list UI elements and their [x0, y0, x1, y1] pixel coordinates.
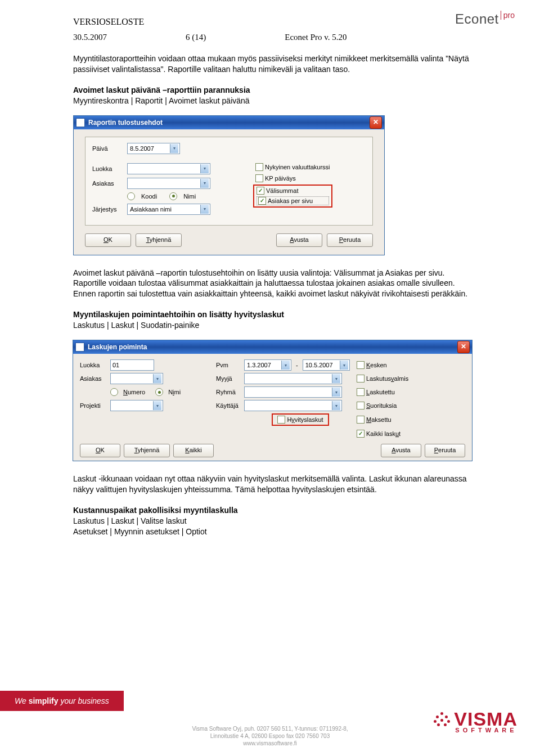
- header-product: Econet Pro v. 5.20: [285, 33, 346, 42]
- label-valuutta: Nykyinen valuuttakurssi: [265, 164, 330, 170]
- checkbox-laskutettu[interactable]: [357, 388, 364, 396]
- checkbox-valmis[interactable]: [357, 375, 364, 382]
- heading-3: Kustannuspaikat pakollisiksi myyntilasku…: [73, 506, 238, 515]
- kayttaja-dropdown[interactable]: ▾: [244, 400, 342, 411]
- kaikki-button[interactable]: Kaikki: [173, 444, 214, 457]
- label-nimi: Nimi: [183, 193, 196, 200]
- label-kaikki-laskut: Kaikki laskut: [366, 430, 400, 437]
- highlight-hyvityslaskut: Hyvityslaskut: [272, 413, 328, 426]
- label-pvm: Pvm: [216, 359, 244, 371]
- myyja-dropdown[interactable]: ▾: [244, 373, 342, 384]
- header-page: 6 (14): [186, 33, 206, 42]
- label-jarjestys: Järjestys: [92, 206, 127, 213]
- label-ryhma: Ryhmä: [216, 386, 244, 398]
- checkbox-valuutta[interactable]: [255, 163, 263, 171]
- checkbox-hyvityslaskut[interactable]: [277, 416, 285, 424]
- tyhjenna-button-2[interactable]: Tyhjennä: [124, 444, 170, 457]
- window-icon: [76, 118, 85, 127]
- chevron-down-icon: ▾: [332, 374, 340, 383]
- label-paiva: Päivä: [92, 145, 127, 152]
- highlight-box: Välisummat Asiakas per sivu: [253, 184, 332, 208]
- jarjestys-dropdown[interactable]: Asiakkaan nimi ▾: [127, 204, 210, 215]
- label-kesken: Kesken: [366, 362, 387, 368]
- titlebar: Raportin tulostusehdot ✕: [74, 116, 384, 129]
- label-nimi-2: Nimi: [168, 389, 181, 395]
- radio-nimi-2[interactable]: [155, 388, 163, 396]
- chevron-down-icon: ▾: [153, 374, 161, 383]
- peruuta-button-2[interactable]: Peruuta: [425, 444, 465, 457]
- pvm1-dropdown[interactable]: 1.3.2007▾: [244, 359, 291, 371]
- chevron-down-icon: ▾: [200, 164, 209, 173]
- peruuta-button[interactable]: Peruuta: [327, 233, 373, 247]
- ryhma-dropdown[interactable]: ▾: [244, 386, 342, 398]
- paragraph-3: Laskut -ikkunaan voidaan nyt ottaa näkyv…: [73, 474, 472, 495]
- checkbox-maksettu[interactable]: [357, 416, 364, 424]
- label-valmis: Laskutusvalmis: [366, 375, 408, 382]
- path-3b: Asetukset | Myynnin asetukset | Optiot: [73, 527, 207, 536]
- asiakas-dropdown[interactable]: ▾: [127, 178, 210, 189]
- chevron-down-icon: ▾: [200, 179, 209, 188]
- checkbox-kaikki[interactable]: [357, 430, 364, 438]
- label-myyja: Myyjä: [216, 373, 244, 384]
- footer: Visma Software Oyj, puh. 0207 560 511, Y…: [0, 725, 540, 747]
- tagline: We simplify your business: [0, 691, 124, 711]
- radio-koodi[interactable]: [127, 192, 135, 200]
- label-kayttaja: Käyttäjä: [216, 400, 244, 411]
- path-2: Laskutus | Laskut | Suodatin-painike: [73, 321, 199, 330]
- dialog2-title: Laskujen poiminta: [88, 343, 147, 351]
- label-laskutettu: Laskutettu: [366, 389, 395, 395]
- radio-nimi[interactable]: [169, 192, 177, 200]
- ok-button[interactable]: OK: [85, 233, 131, 247]
- label-suorituksia: Suorituksia: [366, 402, 397, 409]
- label-hyvityslaskut: Hyvityslaskut: [287, 416, 323, 423]
- paragraph-2: Avoimet laskut päivänä –raportin tulostu…: [73, 268, 472, 300]
- avusta-button[interactable]: Avusta: [276, 233, 322, 247]
- doc-type: VERSIOSELOSTE: [73, 17, 472, 27]
- close-icon[interactable]: ✕: [457, 341, 470, 353]
- label-maksettu: Maksettu: [366, 416, 392, 423]
- chevron-down-icon: ▾: [153, 401, 161, 410]
- checkbox-kesken[interactable]: [357, 361, 364, 369]
- asiakas-dropdown-2[interactable]: ▾: [110, 373, 163, 384]
- chevron-down-icon: ▾: [170, 144, 178, 153]
- checkbox-valisummat[interactable]: [256, 187, 264, 195]
- radio-numero[interactable]: [110, 388, 118, 396]
- tyhjenna-button[interactable]: Tyhjennä: [136, 233, 182, 247]
- chevron-down-icon: ▾: [281, 361, 290, 370]
- label-koodi: Koodi: [141, 193, 157, 200]
- checkbox-suorituksia[interactable]: [357, 402, 364, 410]
- heading-2: Myyntilaskujen poimintaehtoihin on lisät…: [73, 310, 284, 319]
- label-projekti: Projekti: [80, 400, 110, 411]
- window-icon: [75, 343, 84, 352]
- path-1: Myyntireskontra | Raportit | Avoimet las…: [73, 96, 250, 105]
- titlebar-2: Laskujen poiminta ✕: [73, 340, 472, 354]
- label-luokka: Luokka: [92, 165, 127, 172]
- chevron-down-icon: ▾: [332, 401, 340, 410]
- dialog1-title: Raportin tulostusehdot: [88, 119, 163, 127]
- chevron-down-icon: ▾: [200, 205, 209, 214]
- chevron-down-icon: ▾: [332, 388, 340, 397]
- label-asiakas-2: Asiakas: [80, 373, 110, 384]
- luokka-input[interactable]: 01: [110, 359, 154, 371]
- label-numero: Numero: [123, 389, 145, 395]
- pvm2-dropdown[interactable]: 10.5.2007▾: [303, 359, 350, 371]
- projekti-dropdown[interactable]: ▾: [110, 400, 163, 411]
- ok-button-2[interactable]: OK: [80, 444, 120, 457]
- header-date: 30.5.2007: [73, 33, 107, 42]
- avusta-button-2[interactable]: Avusta: [381, 444, 421, 457]
- checkbox-kp[interactable]: [255, 174, 263, 182]
- chevron-down-icon: ▾: [340, 361, 348, 370]
- paragraph-1: Myyntitilastoraportteihin voidaan ottaa …: [73, 53, 472, 75]
- path-3a: Laskutus | Laskut | Valitse laskut: [73, 516, 187, 525]
- header-row: 30.5.2007 6 (14) Econet Pro v. 5.20: [73, 33, 472, 42]
- dialog-raportin-tulostusehdot: Raportin tulostusehdot ✕ Päivä 8.5.2007 …: [73, 115, 385, 255]
- label-kp: KP päiväys: [265, 175, 296, 182]
- label-asiakas: Asiakas: [92, 180, 127, 187]
- label-luokka-2: Luokka: [80, 359, 110, 371]
- label-valisummat: Välisummat: [266, 187, 298, 194]
- luokka-dropdown[interactable]: ▾: [127, 163, 210, 174]
- close-icon[interactable]: ✕: [370, 116, 382, 129]
- dialog-laskujen-poiminta: Laskujen poiminta ✕ Luokka 01 Pvm 1.3.20…: [73, 340, 472, 461]
- checkbox-asiakas-sivu[interactable]: [258, 197, 266, 205]
- paiva-dropdown[interactable]: 8.5.2007 ▾: [127, 143, 180, 154]
